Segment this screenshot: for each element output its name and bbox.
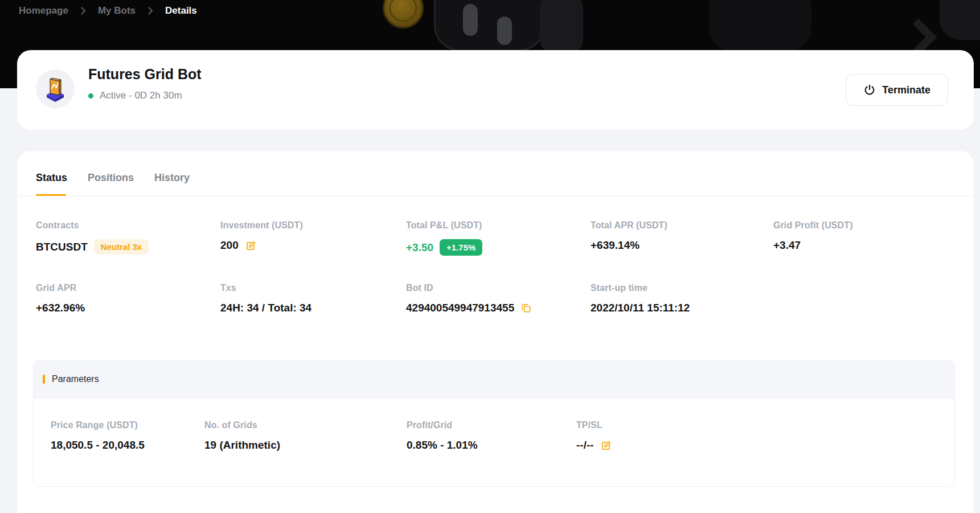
param-label: Price Range (USDT) bbox=[51, 420, 204, 430]
parameters-section: Parameters Price Range (USDT) 18,050.5 -… bbox=[33, 360, 955, 487]
bot-status: Active - 0D 2h 30m bbox=[88, 90, 182, 101]
stats-row-2: Grid APR +632.96% Txs 24H: 34 / Total: 3… bbox=[36, 283, 962, 314]
accent-bar bbox=[43, 375, 45, 384]
stat-bot-id: Bot ID 429400549947913455 bbox=[406, 283, 591, 314]
startup-time-value: 2022/10/11 15:11:12 bbox=[591, 302, 690, 314]
tab-history[interactable]: History bbox=[154, 172, 190, 185]
pnl-percent-badge: +1.75% bbox=[440, 239, 482, 256]
stat-contracts: Contracts BTCUSDT Neutral 3x bbox=[36, 220, 220, 256]
stat-txs: Txs 24H: 34 / Total: 34 bbox=[220, 283, 406, 314]
robot-eye-graphic bbox=[497, 17, 512, 45]
detail-tabs: Status Positions History bbox=[17, 151, 974, 196]
txs-value: 24H: 34 / Total: 34 bbox=[220, 302, 311, 314]
robot-mascot-graphic bbox=[434, 0, 545, 51]
breadcrumb: Homepage My Bots Details bbox=[19, 5, 197, 17]
stat-label: Contracts bbox=[36, 220, 220, 231]
stat-grid-profit: Grid Profit (USDT) +3.47 bbox=[773, 220, 962, 256]
robot-eye-graphic bbox=[463, 4, 478, 36]
param-price-range: Price Range (USDT) 18,050.5 - 20,048.5 bbox=[51, 420, 204, 452]
robot-body-graphic bbox=[540, 0, 583, 52]
bot-header-card: Futures Grid Bot Active - 0D 2h 30m Term… bbox=[17, 50, 974, 130]
active-status-dot bbox=[88, 93, 93, 99]
stat-label: Grid Profit (USDT) bbox=[773, 220, 962, 231]
robot-shadow-graphic bbox=[709, 0, 811, 51]
param-tp-sl: TP/SL --/-- bbox=[576, 420, 954, 452]
terminate-label: Terminate bbox=[882, 84, 930, 96]
robot-shadow-graphic bbox=[940, 0, 980, 40]
breadcrumb-homepage[interactable]: Homepage bbox=[19, 5, 68, 17]
param-profit-grid: Profit/Grid 0.85% - 1.01% bbox=[407, 420, 576, 452]
stat-total-pnl: Total P&L (USDT) +3.50 +1.75% bbox=[406, 220, 591, 256]
page-title: Futures Grid Bot bbox=[88, 66, 202, 83]
chevron-right-icon bbox=[80, 7, 87, 15]
total-pnl-value: +3.50 bbox=[406, 241, 433, 254]
stat-label: Total APR (USDT) bbox=[591, 220, 773, 231]
param-label: TP/SL bbox=[576, 420, 954, 430]
investment-value: 200 bbox=[220, 239, 239, 252]
edit-investment-icon[interactable] bbox=[245, 240, 257, 252]
parameters-header: Parameters bbox=[34, 360, 954, 399]
stat-label: Bot ID bbox=[406, 283, 591, 293]
profit-grid-value: 0.85% - 1.01% bbox=[407, 439, 478, 452]
stat-label: Investment (USDT) bbox=[220, 220, 406, 231]
tp-sl-value: --/-- bbox=[576, 439, 594, 452]
total-apr-value: +639.14% bbox=[591, 239, 639, 252]
grid-apr-value: +632.96% bbox=[36, 302, 85, 314]
grid-bot-avatar bbox=[36, 69, 75, 108]
tab-positions[interactable]: Positions bbox=[88, 172, 134, 185]
breadcrumb-my-bots[interactable]: My Bots bbox=[98, 5, 136, 17]
parameters-title: Parameters bbox=[52, 374, 99, 384]
stat-grid-apr: Grid APR +632.96% bbox=[36, 283, 220, 314]
chevron-right-icon bbox=[147, 7, 154, 15]
param-label: No. of Grids bbox=[204, 420, 407, 430]
grid-profit-value: +3.47 bbox=[773, 239, 801, 252]
stat-label: Grid APR bbox=[36, 283, 220, 293]
status-text: Active - 0D 2h 30m bbox=[100, 90, 182, 101]
param-no-of-grids: No. of Grids 19 (Arithmetic) bbox=[204, 420, 407, 452]
stats-row-1: Contracts BTCUSDT Neutral 3x Investment … bbox=[36, 220, 962, 256]
copy-bot-id-icon[interactable] bbox=[520, 302, 532, 314]
price-range-value: 18,050.5 - 20,048.5 bbox=[51, 439, 145, 452]
power-icon bbox=[863, 84, 876, 96]
stat-label: Txs bbox=[220, 283, 406, 293]
tab-status[interactable]: Status bbox=[36, 172, 67, 185]
stat-investment: Investment (USDT) 200 bbox=[220, 220, 406, 256]
coin-graphic bbox=[383, 0, 424, 28]
breadcrumb-details: Details bbox=[165, 5, 197, 17]
contracts-value: BTCUSDT bbox=[36, 241, 88, 253]
stat-total-apr: Total APR (USDT) +639.14% bbox=[591, 220, 773, 256]
terminate-button[interactable]: Terminate bbox=[846, 74, 948, 106]
grid-bot-icon bbox=[42, 76, 68, 102]
no-of-grids-value: 19 (Arithmetic) bbox=[204, 439, 280, 452]
stat-label: Total P&L (USDT) bbox=[406, 220, 591, 231]
bot-detail-card: Status Positions History Contracts BTCUS… bbox=[17, 151, 974, 513]
parameters-grid: Price Range (USDT) 18,050.5 - 20,048.5 N… bbox=[34, 399, 954, 452]
bot-id-value: 429400549947913455 bbox=[406, 302, 514, 314]
leverage-badge: Neutral 3x bbox=[94, 239, 149, 255]
stat-startup-time: Start-up time 2022/10/11 15:11:12 bbox=[591, 283, 962, 314]
stat-label: Start-up time bbox=[591, 283, 962, 293]
param-label: Profit/Grid bbox=[407, 420, 576, 430]
edit-tp-sl-icon[interactable] bbox=[600, 440, 612, 452]
